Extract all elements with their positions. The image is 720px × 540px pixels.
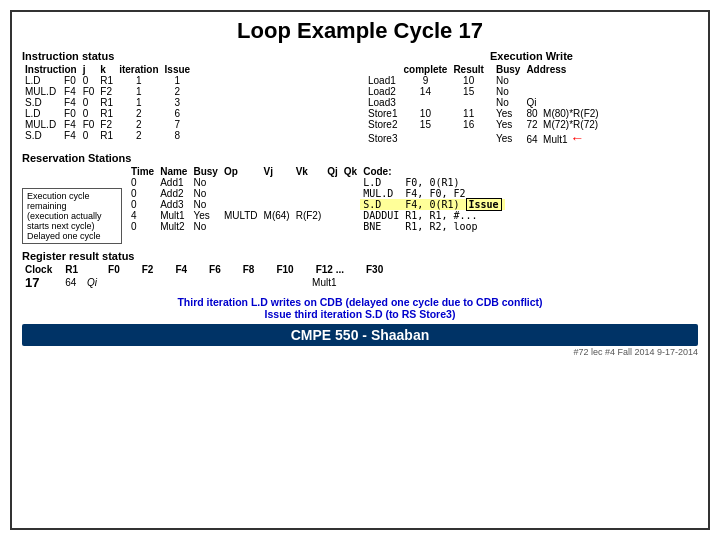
table-row: 0 Add2 No MUL.D F4, F0, F2	[128, 188, 505, 199]
register-result-table: Clock R1 F0 F2 F4 F6 F8 F10 F12 ...	[22, 264, 386, 290]
top-section: Instruction status Instruction j k itera…	[22, 50, 698, 146]
rs-content: Execution cycle remaining (execution act…	[22, 166, 698, 244]
footer-bar: CMPE 550 - Shaaban	[22, 324, 698, 346]
execution-write-panel: Execution Write complete Result Busy Add…	[365, 50, 698, 146]
main-container: Loop Example Cycle 17 Instruction status…	[10, 10, 710, 530]
col-instruction: Instruction	[22, 64, 80, 75]
table-row: 0 Mult2 No BNE R1, R2, loop	[128, 221, 505, 232]
rs-title: Reservation Stations	[22, 152, 698, 164]
table-row: 17 64 Qi Mult1	[22, 275, 386, 290]
table-row: S.DF4 0R1 1 3	[22, 97, 193, 108]
table-row: 0 Add1 No L.D F0, 0(R1)	[128, 177, 505, 188]
table-row: 4 Mult1 Yes MULTD M(64) R(F2) DADDUI R1,…	[128, 210, 505, 221]
register-result-panel: Register result status Clock R1 F0 F2 F4…	[22, 250, 698, 290]
table-row: Store2 15 16 Yes 72 M(72)*R(72)	[365, 119, 602, 130]
instruction-status-panel: Instruction status Instruction j k itera…	[22, 50, 355, 146]
table-row: Store3 Yes 64 Mult1 ←	[365, 130, 602, 146]
note-line-1: Third iteration L.D writes on CDB (delay…	[22, 296, 698, 308]
execution-write-title: Execution Write	[490, 50, 573, 62]
reservation-stations-panel: Reservation Stations Execution cycle rem…	[22, 152, 698, 244]
col-k: k	[97, 64, 116, 75]
table-row: Store1 10 11 Yes 80 M(80)*R(F2)	[365, 108, 602, 119]
table-row: Load3 No Qi	[365, 97, 602, 108]
instruction-status-table: Instruction j k iteration Issue L.DF0 0R…	[22, 64, 193, 141]
page-title: Loop Example Cycle 17	[22, 18, 698, 44]
table-row: L.DF0 0R1 1 1	[22, 75, 193, 86]
table-row: MUL.DF4 F0F2 1 2	[22, 86, 193, 97]
col-j: j	[80, 64, 98, 75]
bottom-note: Third iteration L.D writes on CDB (delay…	[22, 296, 698, 320]
col-issue: Issue	[162, 64, 194, 75]
table-row: L.DF0 0R1 2 6	[22, 108, 193, 119]
col-iteration: iteration	[116, 64, 161, 75]
table-row: Clock R1 F0 F2 F4 F6 F8 F10 F12 ...	[22, 264, 386, 275]
table-row: Load1 9 10 No	[365, 75, 602, 86]
register-result-title: Register result status	[22, 250, 698, 262]
rs-table-container: Time Name Busy Op Vj Vk Qj Qk Code:	[128, 166, 505, 244]
instruction-status-title: Instruction status	[22, 50, 355, 62]
note-line-2: Issue third iteration S.D (to RS Store3)	[22, 308, 698, 320]
rs-table: Time Name Busy Op Vj Vk Qj Qk Code:	[128, 166, 505, 232]
table-row: MUL.DF4 F0F2 2 7	[22, 119, 193, 130]
arrow-icon: ←	[570, 130, 584, 146]
table-row: 0 Add3 No S.D F4, 0(R1) Issue	[128, 199, 505, 210]
rs-legend: Execution cycle remaining (execution act…	[22, 184, 122, 244]
table-row: Load2 14 15 No	[365, 86, 602, 97]
legend-box: Execution cycle remaining (execution act…	[22, 188, 122, 244]
footer-subtext: #72 lec #4 Fall 2014 9-17-2014	[22, 347, 698, 357]
table-row: S.DF4 0R1 2 8	[22, 130, 193, 141]
footer-text: CMPE 550 - Shaaban	[291, 327, 430, 343]
execution-write-table: complete Result Busy Address Load1 9 10 …	[365, 64, 602, 146]
